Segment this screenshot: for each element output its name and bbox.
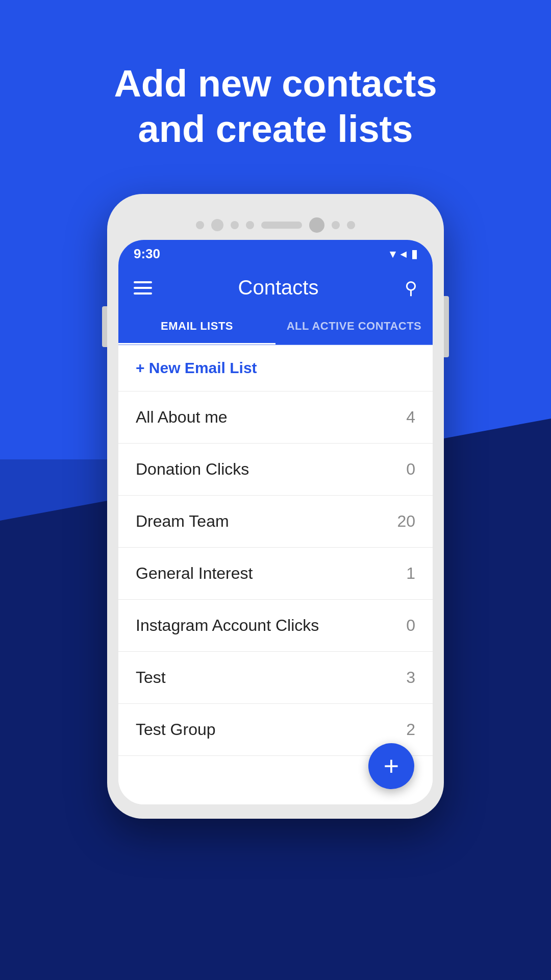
list-item-name: Test	[136, 668, 166, 687]
phone-sensors-bar	[118, 208, 433, 240]
sensor-dot-6	[347, 221, 355, 229]
list-item[interactable]: General Interest 1	[118, 548, 433, 600]
phone-screen: 9:30 ▾ ◂ ▮ Contacts ⚲	[118, 240, 433, 804]
status-bar: 9:30 ▾ ◂ ▮	[118, 240, 433, 266]
list-item-count: 0	[406, 616, 415, 635]
battery-icon: ▮	[411, 248, 417, 261]
app-title: Contacts	[238, 276, 319, 299]
list-item[interactable]: All About me 4	[118, 391, 433, 444]
list-item-count: 2	[406, 720, 415, 739]
list-item-name: Test Group	[136, 720, 216, 739]
sensor-dot-1	[196, 221, 204, 229]
volume-button	[102, 306, 107, 347]
list-item-name: All About me	[136, 408, 228, 427]
new-email-list-button[interactable]: + New Email List	[118, 345, 433, 391]
add-contact-fab[interactable]: +	[368, 743, 414, 789]
list-item-count: 0	[406, 460, 415, 479]
list-item[interactable]: Instagram Account Clicks 0	[118, 600, 433, 652]
list-item-name: Dream Team	[136, 512, 229, 531]
email-lists-content: + New Email List All About me 4 Donation…	[118, 345, 433, 804]
app-bar: Contacts ⚲	[118, 266, 433, 309]
list-item-name: Donation Clicks	[136, 460, 249, 479]
tab-email-lists[interactable]: EMAIL LISTS	[118, 309, 276, 345]
phone-outer-frame: 9:30 ▾ ◂ ▮ Contacts ⚲	[107, 194, 444, 819]
sensor-dot-4	[246, 221, 254, 229]
phone-mockup: 9:30 ▾ ◂ ▮ Contacts ⚲	[107, 194, 444, 819]
list-item[interactable]: Test 3	[118, 652, 433, 704]
wifi-icon: ▾	[390, 248, 395, 261]
list-item-count: 4	[406, 408, 415, 427]
hamburger-line-3	[134, 292, 152, 295]
list-item-name: General Interest	[136, 564, 253, 583]
tabs-bar: EMAIL LISTS ALL ACTIVE CONTACTS	[118, 309, 433, 345]
status-time: 9:30	[134, 246, 160, 262]
list-item[interactable]: Dream Team 20	[118, 496, 433, 548]
front-camera	[309, 217, 324, 233]
menu-icon[interactable]	[134, 281, 152, 295]
hamburger-line-1	[134, 281, 152, 283]
sensor-dot-2	[211, 219, 223, 231]
speaker-grille	[261, 222, 302, 229]
list-item[interactable]: Donation Clicks 0	[118, 444, 433, 496]
sensor-dot-5	[332, 221, 340, 229]
list-item-name: Instagram Account Clicks	[136, 616, 319, 635]
status-icons: ▾ ◂ ▮	[390, 248, 417, 261]
page-header: Add new contacts and create lists	[0, 61, 551, 152]
search-icon[interactable]: ⚲	[405, 278, 417, 298]
list-item-count: 1	[406, 564, 415, 583]
hamburger-line-2	[134, 287, 152, 289]
power-button	[444, 296, 449, 357]
signal-icon: ◂	[400, 248, 406, 261]
list-item-count: 20	[397, 512, 415, 531]
sensor-dot-3	[231, 221, 239, 229]
list-item-count: 3	[406, 668, 415, 687]
tab-all-active-contacts[interactable]: ALL ACTIVE CONTACTS	[276, 309, 433, 345]
header-line1: Add new contacts	[114, 62, 437, 105]
header-line2: and create lists	[138, 108, 413, 150]
